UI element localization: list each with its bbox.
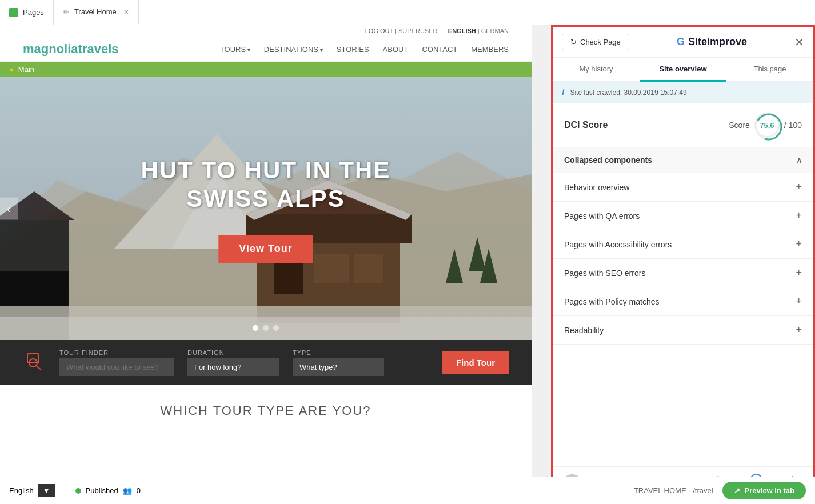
- type-label: TYPE: [293, 349, 384, 356]
- status-label: Published: [86, 486, 118, 495]
- travel-home-tab-label: Travel Home: [74, 7, 117, 16]
- site-nav: TOURS DESTINATIONS STORIES ABOUT CONTACT…: [220, 45, 509, 54]
- user-count: 0: [137, 486, 141, 495]
- cms-bar-label: Main: [18, 65, 34, 74]
- cms-topbar: Pages ✏ Travel Home ✕: [0, 0, 815, 25]
- si-tabs: My history Site overview This page: [553, 58, 813, 82]
- tour-search-input[interactable]: [59, 358, 174, 376]
- published-dot: [75, 488, 81, 494]
- logo-part2: travels: [78, 42, 119, 56]
- score-circle: 75.6: [754, 113, 780, 138]
- page-path: TRAVEL HOME - /travel: [634, 486, 713, 495]
- expand-qa-icon: +: [796, 210, 802, 222]
- info-icon: i: [562, 87, 564, 98]
- language-selector[interactable]: English ▼: [9, 484, 55, 497]
- edit-icon: ✏: [63, 7, 70, 17]
- accessibility-errors-label: Pages with Accessibility errors: [564, 240, 672, 249]
- find-tour-button[interactable]: Find Tour: [442, 351, 509, 374]
- site-logo: magnoliatravels: [23, 42, 119, 57]
- site-header: magnoliatravels TOURS DESTINATIONS STORI…: [0, 37, 532, 62]
- expand-readability-icon: +: [796, 324, 802, 336]
- nav-about[interactable]: ABOUT: [383, 45, 409, 54]
- collapse-item-readability[interactable]: Readability +: [553, 316, 813, 345]
- view-tour-button[interactable]: View Tour: [218, 235, 313, 263]
- collapse-items-list: Behavior overview + Pages with QA errors…: [553, 173, 813, 466]
- type-select[interactable]: What type?: [293, 358, 384, 376]
- chevron-up-icon: ∧: [796, 155, 802, 165]
- carousel-dot-3[interactable]: [273, 325, 279, 331]
- duration-label: DURATION: [187, 349, 279, 356]
- tour-duration-field: DURATION For how long?: [187, 349, 279, 376]
- collapse-item-policy[interactable]: Pages with Policy matches +: [553, 287, 813, 316]
- expand-policy-icon: +: [796, 295, 802, 307]
- check-page-label: Check Page: [580, 38, 621, 46]
- user-icon: 👥: [123, 486, 132, 495]
- seo-errors-label: Pages with SEO errors: [564, 269, 645, 278]
- logout-label[interactable]: LOG OUT: [365, 27, 393, 34]
- carousel-dot-2[interactable]: [263, 325, 269, 331]
- lang-other[interactable]: GERMAN: [481, 27, 509, 34]
- language-label: English: [9, 486, 34, 495]
- hero-title: HUT TO HUT IN THE SWISS ALPS: [141, 156, 391, 214]
- tab-site-overview[interactable]: Site overview: [640, 58, 726, 82]
- dci-score-section: DCI Score Score 75.6 / 100: [553, 103, 813, 147]
- hero-text: HUT TO HUT IN THE SWISS ALPS: [141, 156, 391, 214]
- expand-accessibility-icon: +: [796, 238, 802, 250]
- check-page-button[interactable]: ↻ Check Page: [562, 34, 629, 50]
- collapsed-section-title: Collapsed components: [564, 155, 652, 165]
- tab-my-history[interactable]: My history: [553, 58, 640, 82]
- crawl-info: Site last crawled: 30.09.2019 15:07:49: [570, 89, 686, 97]
- cms-tab-travel-home[interactable]: ✏ Travel Home ✕: [54, 0, 139, 25]
- logo-part1: magnolia: [23, 42, 78, 56]
- nav-destinations[interactable]: DESTINATIONS: [264, 45, 323, 54]
- policy-matches-label: Pages with Policy matches: [564, 297, 660, 306]
- expand-behavior-icon: +: [796, 181, 802, 193]
- svg-line-22: [37, 366, 41, 370]
- siteimprove-panel: ↻ Check Page G Siteimprove ✕ My history …: [551, 25, 815, 504]
- nav-stories[interactable]: STORIES: [337, 45, 369, 54]
- siteimprove-logo: G Siteimprove: [677, 36, 747, 48]
- expand-seo-icon: +: [796, 267, 802, 279]
- cms-tab-pages[interactable]: Pages: [0, 0, 54, 25]
- collapse-item-accessibility[interactable]: Pages with Accessibility errors +: [553, 230, 813, 259]
- pages-icon: [9, 8, 18, 17]
- close-tab-icon[interactable]: ✕: [123, 8, 129, 16]
- section-title: WHICH TOUR TYPE ARE YOU?: [0, 385, 532, 437]
- collapse-item-behavior[interactable]: Behavior overview +: [553, 173, 813, 202]
- score-max: / 100: [784, 121, 802, 130]
- preview-icon: ↗: [734, 486, 740, 495]
- tour-type-field: TYPE What type?: [293, 349, 384, 376]
- pages-tab-label: Pages: [23, 8, 44, 17]
- check-icon: ↻: [570, 38, 577, 46]
- si-logo-g: G: [677, 36, 685, 48]
- hero-section: ‹ HUT TO HUT IN THE SWISS ALPS View Tour: [0, 77, 532, 340]
- collapse-item-qa-errors[interactable]: Pages with QA errors +: [553, 202, 813, 230]
- si-info-banner: i Site last crawled: 30.09.2019 15:07:49: [553, 82, 813, 103]
- nav-members[interactable]: MEMBERS: [471, 45, 509, 54]
- publish-status: Published 👥 0: [75, 486, 141, 495]
- preview-tab-button[interactable]: ↗ Preview in tab: [722, 482, 806, 499]
- dci-label: DCI Score: [564, 120, 608, 130]
- collapse-item-seo[interactable]: Pages with SEO errors +: [553, 259, 813, 287]
- tab-this-page[interactable]: This page: [726, 58, 813, 82]
- carousel-prev-button[interactable]: ‹: [0, 198, 18, 220]
- lang-active[interactable]: ENGLISH: [448, 27, 476, 34]
- carousel-dot-1[interactable]: [253, 325, 258, 331]
- si-close-button[interactable]: ✕: [794, 35, 804, 49]
- website-content: LOG OUT | SUPERUSER ENGLISH | GERMAN mag…: [0, 25, 532, 477]
- language-dropdown-button[interactable]: ▼: [38, 484, 55, 497]
- score-prefix: Score: [729, 121, 750, 130]
- tour-finder-bar: TOUR FINDER DURATION For how long? TYPE …: [0, 340, 532, 385]
- nav-tours[interactable]: TOURS: [220, 45, 250, 54]
- cms-green-bar: Main: [0, 62, 532, 77]
- qa-errors-label: Pages with QA errors: [564, 211, 640, 221]
- readability-label: Readability: [564, 326, 604, 335]
- collapsed-components-header[interactable]: Collapsed components ∧: [553, 147, 813, 173]
- duration-select[interactable]: For how long?: [187, 358, 279, 376]
- tour-finder-label: TOUR FINDER: [59, 349, 174, 356]
- tour-finder-icon: [23, 349, 46, 376]
- dci-score-display: Score 75.6 / 100: [729, 113, 802, 138]
- behavior-overview-label: Behavior overview: [564, 183, 629, 192]
- si-header: ↻ Check Page G Siteimprove ✕: [553, 27, 813, 58]
- nav-contact[interactable]: CONTACT: [422, 45, 457, 54]
